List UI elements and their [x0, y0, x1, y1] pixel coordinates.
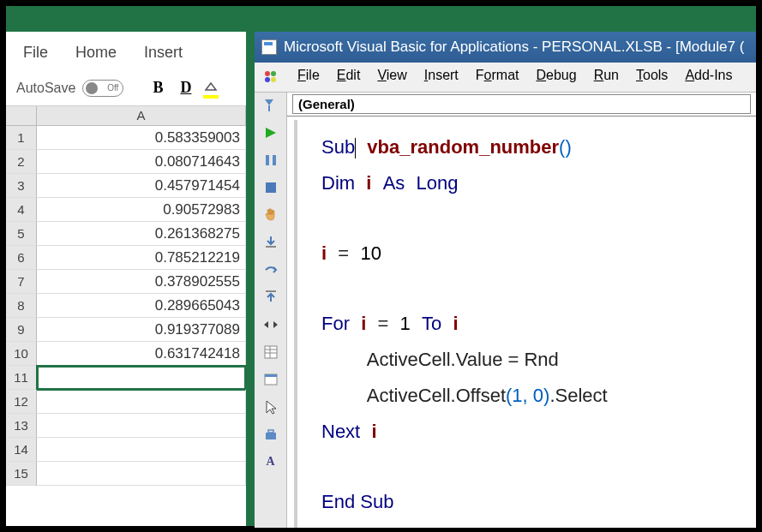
- cell[interactable]: 0.289665043: [37, 294, 246, 318]
- bold-button[interactable]: B: [147, 77, 168, 99]
- menu-insert[interactable]: Insert: [144, 44, 183, 62]
- sheet-row: 20.080714643: [6, 150, 246, 174]
- step-out-icon[interactable]: [261, 288, 280, 307]
- row-header[interactable]: 14: [6, 438, 37, 462]
- svg-rect-4: [268, 105, 270, 111]
- sheet-row: 14: [6, 438, 246, 462]
- row-header[interactable]: 3: [6, 174, 37, 198]
- menu-file[interactable]: File: [23, 44, 48, 62]
- sheet-row: 70.378902555: [6, 270, 246, 294]
- spreadsheet: A 10.58335900320.08071464330.45797145440…: [6, 106, 246, 486]
- cell[interactable]: 0.631742418: [37, 342, 246, 366]
- cell[interactable]: [37, 366, 246, 390]
- cell[interactable]: 0.378902555: [37, 270, 246, 294]
- menu-home[interactable]: Home: [75, 44, 117, 62]
- cell[interactable]: [37, 390, 246, 414]
- project-icon[interactable]: [261, 370, 280, 389]
- cell[interactable]: 0.919377089: [37, 318, 246, 342]
- pause-icon[interactable]: [261, 151, 280, 170]
- cell[interactable]: 0.080714643: [37, 150, 246, 174]
- svg-rect-9: [266, 290, 276, 292]
- column-header-a[interactable]: A: [37, 106, 246, 125]
- design-mode-icon[interactable]: [261, 96, 280, 115]
- row-header[interactable]: 12: [6, 390, 37, 414]
- nav-arrows-icon[interactable]: [261, 315, 280, 334]
- vba-menu-format[interactable]: Format: [476, 68, 519, 87]
- svg-rect-8: [266, 246, 276, 248]
- cell[interactable]: 0.785212219: [37, 246, 246, 270]
- vba-menu-debug[interactable]: Debug: [537, 68, 577, 87]
- vba-titlebar[interactable]: Microsoft Visual Basic for Applications …: [255, 32, 756, 63]
- sheet-row: 100.631742418: [6, 342, 246, 366]
- vba-menubar: File Edit View Insert Format Debug Run T…: [255, 63, 756, 93]
- row-header[interactable]: 10: [6, 342, 37, 366]
- vba-menu-insert[interactable]: Insert: [424, 68, 459, 87]
- vba-menu-tools[interactable]: Tools: [636, 68, 668, 87]
- code-editor[interactable]: Sub vba_random_number() Dim i As Long i …: [294, 120, 756, 528]
- row-header[interactable]: 7: [6, 270, 37, 294]
- step-over-icon[interactable]: [261, 260, 280, 279]
- stop-icon[interactable]: [261, 178, 280, 197]
- svg-rect-16: [266, 433, 276, 439]
- autosave-toggle[interactable]: Off: [82, 80, 123, 97]
- svg-rect-17: [268, 430, 273, 433]
- sheet-row: 15: [6, 462, 246, 486]
- sheet-row: 10.583359003: [6, 126, 246, 150]
- svg-rect-6: [273, 155, 276, 165]
- svg-point-0: [265, 71, 270, 76]
- cell[interactable]: 0.261368275: [37, 222, 246, 246]
- cell[interactable]: [37, 438, 246, 462]
- row-header[interactable]: 1: [6, 126, 37, 150]
- row-header[interactable]: 4: [6, 198, 37, 222]
- cell[interactable]: [37, 414, 246, 438]
- row-header[interactable]: 8: [6, 294, 37, 318]
- svg-point-2: [265, 77, 270, 82]
- svg-rect-10: [265, 346, 277, 358]
- svg-rect-5: [266, 155, 269, 165]
- vba-menu-addins[interactable]: Add-Ins: [685, 68, 732, 87]
- row-header[interactable]: 11: [6, 366, 37, 390]
- code-pane: (General) Sub vba_random_number() Dim i …: [287, 93, 756, 528]
- row-header[interactable]: 2: [6, 150, 37, 174]
- fill-color-button[interactable]: [203, 80, 220, 97]
- vba-menu-file[interactable]: File: [297, 68, 320, 87]
- select-all-corner[interactable]: [6, 106, 37, 125]
- properties-icon[interactable]: [261, 343, 280, 362]
- cell[interactable]: 0.90572983: [37, 198, 246, 222]
- autosave-label: AutoSave: [16, 81, 75, 96]
- cell[interactable]: 0.583359003: [37, 126, 246, 150]
- svg-point-3: [271, 77, 276, 82]
- run-icon[interactable]: [261, 123, 280, 142]
- hand-icon[interactable]: [261, 206, 280, 224]
- cell[interactable]: [37, 462, 246, 486]
- sheet-row: 40.90572983: [6, 198, 246, 222]
- vba-toolbox: A: [255, 93, 287, 528]
- vba-menu-icon[interactable]: [261, 68, 280, 87]
- row-header[interactable]: 15: [6, 462, 37, 486]
- vba-menu-view[interactable]: View: [377, 68, 406, 87]
- svg-rect-15: [265, 374, 277, 377]
- sheet-row: 12: [6, 390, 246, 414]
- underline-button[interactable]: D: [175, 77, 196, 99]
- vba-app-icon: [261, 39, 277, 55]
- cell[interactable]: 0.457971454: [37, 174, 246, 198]
- sort-icon[interactable]: A: [261, 452, 280, 471]
- vba-menu-run[interactable]: Run: [594, 68, 619, 87]
- row-header[interactable]: 9: [6, 318, 37, 342]
- sheet-row: 80.289665043: [6, 294, 246, 318]
- excel-window: File Home Insert AutoSave Off B D A 10.5…: [6, 32, 246, 526]
- row-header[interactable]: 6: [6, 246, 37, 270]
- excel-menubar: File Home Insert: [6, 32, 246, 74]
- step-into-icon[interactable]: [261, 233, 280, 252]
- cursor-icon[interactable]: [261, 398, 280, 416]
- svg-point-1: [271, 71, 276, 76]
- sheet-row: 60.785212219: [6, 246, 246, 270]
- row-header[interactable]: 13: [6, 414, 37, 438]
- row-header[interactable]: 5: [6, 222, 37, 246]
- sheet-row: 50.261368275: [6, 222, 246, 246]
- sheet-row: 90.919377089: [6, 318, 246, 342]
- vba-menu-edit[interactable]: Edit: [337, 68, 361, 87]
- object-dropdown[interactable]: (General): [292, 94, 751, 114]
- excel-toolbar: AutoSave Off B D: [6, 74, 246, 106]
- toolbox-icon[interactable]: [261, 425, 280, 444]
